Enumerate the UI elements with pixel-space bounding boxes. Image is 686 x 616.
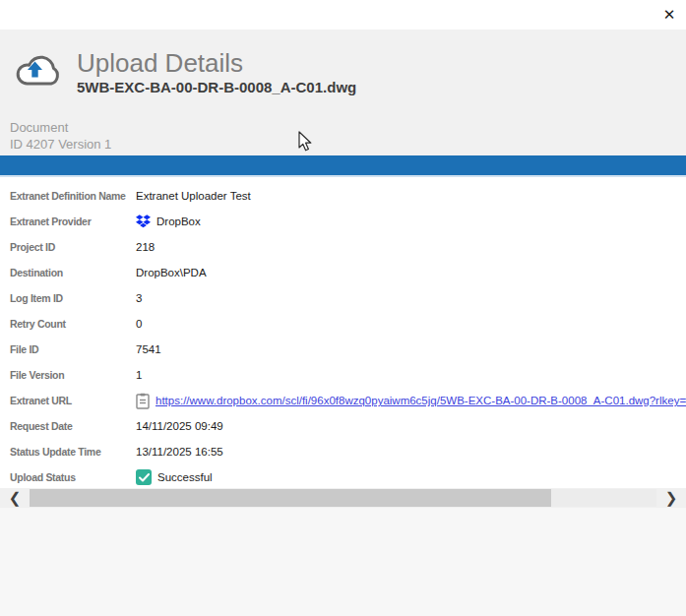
cloud-upload-icon [13, 47, 62, 91]
page-title: Upload Details [77, 49, 356, 77]
detail-row-destination: DestinationDropBox\PDA [0, 260, 686, 285]
detail-value-text: 7541 [136, 343, 161, 355]
detail-value-text: 13/11/2025 16:55 [136, 446, 223, 458]
detail-label: Log Item ID [10, 292, 136, 304]
detail-row-extranet-definition-name: Extranet Definition NameExtranet Uploade… [0, 183, 686, 209]
detail-row-file-id: File ID7541 [0, 337, 686, 362]
detail-row-extranet-url: Extranet URLhttps://www.dropbox.com/scl/… [0, 388, 686, 413]
details-table: Extranet Definition NameExtranet Uploade… [0, 183, 686, 490]
detail-row-project-id: Project ID218 [0, 234, 686, 260]
detail-row-log-item-id: Log Item ID3 [0, 285, 686, 311]
scroll-left-arrow-icon[interactable]: ❮ [0, 488, 30, 508]
scroll-right-arrow-icon[interactable]: ❯ [656, 488, 686, 508]
close-icon: ✕ [663, 6, 676, 24]
detail-value: 14/11/2025 09:49 [136, 420, 223, 432]
mouse-cursor-icon [298, 131, 314, 153]
detail-value: 1 [136, 369, 142, 381]
accent-bar [0, 155, 686, 177]
document-info-line1: Document [10, 119, 111, 136]
detail-label: Extranet URL [10, 395, 136, 406]
detail-value: 3 [136, 292, 142, 304]
detail-value: 7541 [136, 343, 161, 355]
upload-details-dialog: { "window": { "close_glyph": "✕" }, "hea… [0, 0, 686, 616]
detail-value-text: 218 [136, 241, 155, 253]
detail-value-text: 1 [136, 369, 142, 381]
detail-label: Destination [10, 267, 136, 278]
detail-value-text: 3 [136, 292, 142, 304]
detail-row-file-version: File Version1 [0, 362, 686, 388]
detail-label: Request Date [10, 420, 136, 432]
close-button[interactable]: ✕ [658, 4, 680, 26]
footer-area [0, 508, 686, 616]
detail-row-retry-count: Retry Count0 [0, 311, 686, 337]
horizontal-scrollbar[interactable]: ❮ ❯ [0, 488, 686, 508]
detail-row-status-update-time: Status Update Time13/11/2025 16:55 [0, 439, 686, 464]
detail-label: Status Update Time [10, 446, 136, 458]
detail-value-text: DropBox\PDA [136, 267, 207, 278]
dropbox-icon [136, 215, 151, 228]
detail-value: 13/11/2025 16:55 [136, 446, 223, 458]
detail-value-text: DropBox [156, 216, 201, 227]
titlebar: ✕ [0, 0, 686, 30]
detail-value: DropBox\PDA [136, 267, 207, 278]
file-name: 5WB-EXC-BA-00-DR-B-0008_A-C01.dwg [77, 79, 356, 95]
detail-row-upload-status: Upload StatusSuccessful [0, 464, 686, 490]
detail-label: Extranet Provider [10, 216, 136, 227]
detail-value-text: 14/11/2025 09:49 [136, 420, 223, 432]
detail-label: Extranet Definition Name [10, 190, 136, 202]
detail-value: Successful [136, 469, 213, 485]
clipboard-icon [136, 393, 150, 409]
extranet-url-link[interactable]: https://www.dropbox.com/scl/fi/96x0f8wzq… [156, 395, 686, 406]
detail-label: File Version [10, 369, 136, 381]
detail-label: File ID [10, 343, 136, 355]
document-info: Document ID 4207 Version 1 [10, 119, 111, 153]
document-info-line2: ID 4207 Version 1 [10, 136, 111, 153]
detail-row-request-date: Request Date14/11/2025 09:49 [0, 413, 686, 439]
detail-label: Retry Count [10, 318, 136, 330]
scrollbar-track[interactable] [30, 489, 656, 507]
header-panel: Upload Details 5WB-EXC-BA-00-DR-B-0008_A… [0, 30, 686, 155]
scrollbar-thumb[interactable] [30, 489, 551, 507]
detail-value-text: Successful [157, 471, 213, 483]
checkbox-checked-icon[interactable] [136, 469, 152, 485]
detail-label: Project ID [10, 241, 136, 253]
detail-value: 218 [136, 241, 155, 253]
detail-value-text: 0 [136, 318, 142, 330]
detail-value-text: Extranet Uploader Test [136, 190, 251, 202]
detail-value: Extranet Uploader Test [136, 190, 251, 202]
detail-row-extranet-provider: Extranet ProviderDropBox [0, 209, 686, 234]
detail-value: 0 [136, 318, 142, 330]
detail-label: Upload Status [10, 471, 136, 483]
detail-value: DropBox [136, 215, 201, 228]
detail-value: https://www.dropbox.com/scl/fi/96x0f8wzq… [136, 393, 686, 409]
